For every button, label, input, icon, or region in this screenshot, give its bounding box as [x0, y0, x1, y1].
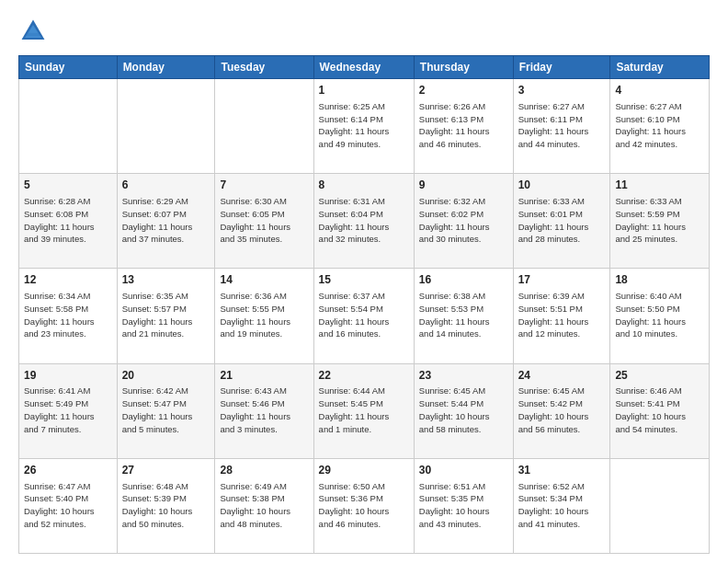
day-info: Sunrise: 6:45 AM Sunset: 5:44 PM Dayligh…	[419, 385, 508, 435]
day-number: 10	[518, 178, 606, 193]
day-info: Sunrise: 6:32 AM Sunset: 6:02 PM Dayligh…	[419, 195, 508, 246]
week-row-2: 5Sunrise: 6:28 AM Sunset: 6:08 PM Daylig…	[19, 174, 710, 269]
day-number: 4	[615, 83, 704, 98]
day-number: 18	[615, 272, 704, 288]
day-info: Sunrise: 6:35 AM Sunset: 5:57 PM Dayligh…	[122, 290, 210, 340]
day-cell: 9Sunrise: 6:32 AM Sunset: 6:02 PM Daylig…	[414, 174, 513, 269]
day-number: 31	[518, 463, 606, 478]
day-info: Sunrise: 6:27 AM Sunset: 6:11 PM Dayligh…	[518, 100, 606, 151]
weekday-header-tuesday: Tuesday	[215, 56, 313, 79]
day-cell: 18Sunrise: 6:40 AM Sunset: 5:50 PM Dayli…	[610, 269, 710, 363]
day-number: 27	[122, 463, 210, 478]
day-info: Sunrise: 6:33 AM Sunset: 5:59 PM Dayligh…	[615, 195, 704, 246]
day-cell: 23Sunrise: 6:45 AM Sunset: 5:44 PM Dayli…	[414, 363, 513, 458]
day-info: Sunrise: 6:42 AM Sunset: 5:47 PM Dayligh…	[122, 385, 210, 435]
day-cell: 15Sunrise: 6:37 AM Sunset: 5:54 PM Dayli…	[313, 269, 414, 363]
day-info: Sunrise: 6:36 AM Sunset: 5:55 PM Dayligh…	[220, 290, 308, 340]
week-row-4: 19Sunrise: 6:41 AM Sunset: 5:49 PM Dayli…	[19, 363, 710, 458]
day-number: 19	[24, 368, 112, 384]
weekday-header-thursday: Thursday	[414, 56, 513, 79]
day-number: 22	[319, 368, 409, 384]
day-number: 2	[419, 83, 508, 98]
day-info: Sunrise: 6:34 AM Sunset: 5:58 PM Dayligh…	[24, 290, 112, 340]
weekday-header-monday: Monday	[117, 56, 215, 79]
day-cell: 2Sunrise: 6:26 AM Sunset: 6:13 PM Daylig…	[414, 79, 513, 174]
day-number: 30	[419, 463, 508, 478]
weekday-header-friday: Friday	[513, 56, 610, 79]
day-cell: 11Sunrise: 6:33 AM Sunset: 5:59 PM Dayli…	[610, 174, 710, 269]
day-info: Sunrise: 6:40 AM Sunset: 5:50 PM Dayligh…	[615, 290, 704, 340]
day-cell: 28Sunrise: 6:49 AM Sunset: 5:38 PM Dayli…	[215, 458, 313, 553]
day-number: 17	[518, 272, 606, 288]
day-info: Sunrise: 6:52 AM Sunset: 5:34 PM Dayligh…	[518, 480, 606, 531]
day-cell: 10Sunrise: 6:33 AM Sunset: 6:01 PM Dayli…	[513, 174, 610, 269]
day-info: Sunrise: 6:29 AM Sunset: 6:07 PM Dayligh…	[122, 195, 210, 246]
weekday-header-saturday: Saturday	[610, 56, 710, 79]
day-number: 26	[24, 463, 112, 478]
weekday-header-sunday: Sunday	[19, 56, 118, 79]
week-row-5: 26Sunrise: 6:47 AM Sunset: 5:40 PM Dayli…	[19, 458, 710, 553]
day-cell: 14Sunrise: 6:36 AM Sunset: 5:55 PM Dayli…	[215, 269, 313, 363]
day-info: Sunrise: 6:41 AM Sunset: 5:49 PM Dayligh…	[24, 385, 112, 435]
day-number: 9	[419, 178, 508, 193]
day-number: 28	[220, 463, 308, 478]
day-number: 12	[24, 272, 112, 288]
day-cell: 22Sunrise: 6:44 AM Sunset: 5:45 PM Dayli…	[313, 363, 414, 458]
day-info: Sunrise: 6:46 AM Sunset: 5:41 PM Dayligh…	[615, 385, 704, 435]
day-number: 20	[122, 368, 210, 384]
day-cell: 17Sunrise: 6:39 AM Sunset: 5:51 PM Dayli…	[513, 269, 610, 363]
day-info: Sunrise: 6:50 AM Sunset: 5:36 PM Dayligh…	[319, 480, 409, 531]
day-cell: 26Sunrise: 6:47 AM Sunset: 5:40 PM Dayli…	[19, 458, 118, 553]
day-info: Sunrise: 6:47 AM Sunset: 5:40 PM Dayligh…	[24, 480, 112, 531]
day-number: 11	[615, 178, 704, 193]
day-cell: 20Sunrise: 6:42 AM Sunset: 5:47 PM Dayli…	[117, 363, 215, 458]
day-number: 8	[319, 178, 409, 193]
day-number: 13	[122, 272, 210, 288]
day-info: Sunrise: 6:38 AM Sunset: 5:53 PM Dayligh…	[419, 290, 508, 340]
day-cell: 25Sunrise: 6:46 AM Sunset: 5:41 PM Dayli…	[610, 363, 710, 458]
day-number: 23	[419, 368, 508, 384]
day-number: 6	[122, 178, 210, 193]
day-info: Sunrise: 6:26 AM Sunset: 6:13 PM Dayligh…	[419, 100, 508, 151]
day-cell	[610, 458, 710, 553]
calendar-table: SundayMondayTuesdayWednesdayThursdayFrid…	[18, 55, 710, 554]
day-cell: 31Sunrise: 6:52 AM Sunset: 5:34 PM Dayli…	[513, 458, 610, 553]
day-cell: 7Sunrise: 6:30 AM Sunset: 6:05 PM Daylig…	[215, 174, 313, 269]
day-cell: 19Sunrise: 6:41 AM Sunset: 5:49 PM Dayli…	[19, 363, 118, 458]
day-info: Sunrise: 6:43 AM Sunset: 5:46 PM Dayligh…	[220, 385, 308, 435]
day-number: 24	[518, 368, 606, 384]
day-cell: 27Sunrise: 6:48 AM Sunset: 5:39 PM Dayli…	[117, 458, 215, 553]
day-number: 15	[319, 272, 409, 288]
day-cell: 13Sunrise: 6:35 AM Sunset: 5:57 PM Dayli…	[117, 269, 215, 363]
week-row-3: 12Sunrise: 6:34 AM Sunset: 5:58 PM Dayli…	[19, 269, 710, 363]
day-number: 7	[220, 178, 308, 193]
day-cell: 16Sunrise: 6:38 AM Sunset: 5:53 PM Dayli…	[414, 269, 513, 363]
day-info: Sunrise: 6:25 AM Sunset: 6:14 PM Dayligh…	[319, 100, 409, 151]
day-cell: 6Sunrise: 6:29 AM Sunset: 6:07 PM Daylig…	[117, 174, 215, 269]
day-cell: 3Sunrise: 6:27 AM Sunset: 6:11 PM Daylig…	[513, 79, 610, 174]
logo-icon	[18, 17, 48, 46]
logo	[18, 17, 51, 46]
day-number: 14	[220, 272, 308, 288]
day-cell: 24Sunrise: 6:45 AM Sunset: 5:42 PM Dayli…	[513, 363, 610, 458]
day-info: Sunrise: 6:30 AM Sunset: 6:05 PM Dayligh…	[220, 195, 308, 246]
day-info: Sunrise: 6:27 AM Sunset: 6:10 PM Dayligh…	[615, 100, 704, 151]
day-number: 25	[615, 368, 704, 384]
day-info: Sunrise: 6:28 AM Sunset: 6:08 PM Dayligh…	[24, 195, 112, 246]
day-info: Sunrise: 6:44 AM Sunset: 5:45 PM Dayligh…	[319, 385, 409, 435]
day-info: Sunrise: 6:33 AM Sunset: 6:01 PM Dayligh…	[518, 195, 606, 246]
day-cell: 30Sunrise: 6:51 AM Sunset: 5:35 PM Dayli…	[414, 458, 513, 553]
day-cell	[215, 79, 313, 174]
header	[18, 17, 710, 46]
day-number: 29	[319, 463, 409, 478]
day-info: Sunrise: 6:48 AM Sunset: 5:39 PM Dayligh…	[122, 480, 210, 531]
day-number: 5	[24, 178, 112, 193]
day-cell: 29Sunrise: 6:50 AM Sunset: 5:36 PM Dayli…	[313, 458, 414, 553]
day-cell: 1Sunrise: 6:25 AM Sunset: 6:14 PM Daylig…	[313, 79, 414, 174]
day-cell	[117, 79, 215, 174]
page: SundayMondayTuesdayWednesdayThursdayFrid…	[0, 0, 728, 563]
day-number: 21	[220, 368, 308, 384]
svg-rect-2	[27, 33, 40, 37]
day-number: 3	[518, 83, 606, 98]
day-info: Sunrise: 6:49 AM Sunset: 5:38 PM Dayligh…	[220, 480, 308, 531]
